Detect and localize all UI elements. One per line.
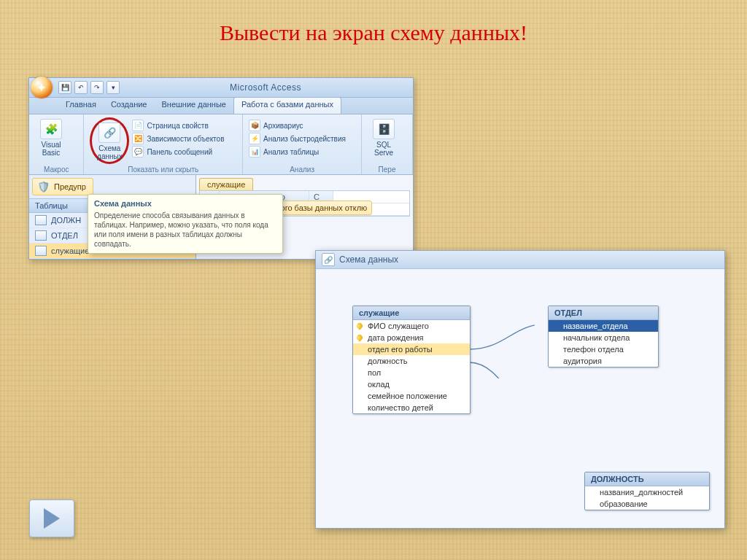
- msgbar-button[interactable]: 💬Панель сообщений: [132, 145, 224, 158]
- schema-button[interactable]: 🔗 Схема данных: [93, 121, 125, 160]
- vb-label: Visual Basic: [35, 141, 67, 157]
- field[interactable]: количество детей: [353, 402, 470, 413]
- prop-page-icon: 📄: [132, 120, 144, 131]
- relationships-icon: 🔗: [98, 122, 120, 143]
- field[interactable]: пол: [353, 367, 470, 378]
- qat-save-icon[interactable]: 💾: [58, 81, 71, 94]
- archiver-button[interactable]: 📦Архивариус: [249, 119, 355, 132]
- field[interactable]: оклад: [353, 378, 470, 390]
- security-tail: мого базы данных отклю: [270, 201, 372, 215]
- msgbar-icon: 💬: [132, 146, 144, 158]
- field[interactable]: названия_должностей: [585, 486, 709, 498]
- vb-button[interactable]: 🧩 Visual Basic: [35, 117, 67, 157]
- office-orb[interactable]: ✦: [31, 77, 53, 98]
- schema-window: 🔗 Схема данных служащие ФИО служащего да…: [315, 250, 725, 529]
- tooltip: Схема данных Определение способа связыва…: [88, 194, 283, 254]
- perf-icon: ⚡: [249, 133, 260, 144]
- nav-item-label: служащие: [51, 246, 89, 255]
- field[interactable]: образование: [585, 498, 709, 510]
- sqlserver-icon: 🗄️: [373, 119, 395, 139]
- deps-button[interactable]: 🔀Зависимости объектов: [132, 132, 224, 145]
- group-move: 🗄️ SQL Serve Пере: [362, 114, 413, 174]
- slide-title: Вывести на экран схему данных!: [0, 20, 747, 45]
- ribbon: 🧩 Visual Basic Макрос 🔗 Схема данных 📄Ст…: [29, 114, 413, 175]
- table-header[interactable]: ДОЛЖНОСТЬ: [585, 472, 709, 486]
- deps-icon: 🔀: [132, 133, 144, 144]
- tooltip-body: Определение способа связывания данных в …: [94, 211, 276, 249]
- prop-page-label: Страница свойств: [147, 122, 208, 130]
- antable-label: Анализ таблицы: [263, 148, 319, 156]
- tab-external[interactable]: Внешние данные: [155, 98, 233, 114]
- pk-field[interactable]: дата рождения: [353, 332, 470, 343]
- nav-item-label: ДОЛЖН: [51, 216, 81, 225]
- table-header[interactable]: ОТДЕЛ: [549, 306, 658, 320]
- qat-redo-icon[interactable]: ↷: [90, 81, 104, 94]
- prop-page-button[interactable]: 📄Страница свойств: [132, 119, 224, 132]
- archiver-icon: 📦: [249, 120, 260, 131]
- schema-label: Схема данных: [93, 144, 125, 160]
- group-analyze-label: Анализ: [243, 166, 361, 174]
- field[interactable]: начальник отдела: [549, 332, 658, 343]
- sqlserver-label: SQL Serve: [368, 141, 400, 157]
- table-box-position[interactable]: ДОЛЖНОСТЬ названия_должностей образовани…: [584, 472, 710, 510]
- tab-create[interactable]: Создание: [104, 98, 155, 114]
- title-bar: ✦ 💾 ↶ ↷ ▾ Microsoft Access: [29, 78, 413, 98]
- table-box-department[interactable]: ОТДЕЛ название_отдела начальник отдела т…: [548, 306, 659, 368]
- shield-icon: 🛡️: [37, 181, 50, 192]
- field[interactable]: телефон отдела: [549, 343, 658, 355]
- vb-icon: 🧩: [40, 119, 62, 139]
- field-selected[interactable]: отдел его работы: [353, 343, 470, 355]
- perf-button[interactable]: ⚡Анализ быстродействия: [249, 132, 355, 145]
- tooltip-title: Схема данных: [94, 199, 276, 208]
- field[interactable]: должность: [353, 355, 470, 367]
- pk-field[interactable]: ФИО служащего: [353, 320, 470, 332]
- table-box-employees[interactable]: служащие ФИО служащего дата рождения отд…: [352, 306, 471, 414]
- field[interactable]: аудитория: [549, 355, 658, 367]
- app-title: Microsoft Access: [121, 82, 410, 93]
- group-move-label: Пере: [362, 166, 412, 174]
- field-selected[interactable]: название_отдела: [549, 320, 658, 332]
- tab-dbtools[interactable]: Работа с базами данных: [233, 97, 341, 114]
- nav-item-label: ОТДЕЛ: [51, 231, 78, 240]
- datasheet-tab[interactable]: служащие: [199, 178, 253, 190]
- msgbar-label: Панель сообщений: [147, 148, 212, 156]
- table-header[interactable]: служащие: [353, 306, 470, 320]
- perf-label: Анализ быстродействия: [263, 135, 346, 143]
- group-analyze: 📦Архивариус ⚡Анализ быстродействия 📊Анал…: [243, 114, 362, 174]
- ribbon-tabs: Главная Создание Внешние данные Работа с…: [29, 98, 413, 114]
- play-icon: [44, 508, 60, 529]
- schema-titlebar[interactable]: 🔗 Схема данных: [316, 251, 724, 269]
- field[interactable]: семейное положение: [353, 390, 470, 402]
- security-bar[interactable]: 🛡️ Предупр: [32, 178, 93, 195]
- archiver-label: Архивариус: [263, 122, 303, 130]
- table-icon: [35, 215, 47, 225]
- group-macros-label: Макрос: [29, 166, 83, 174]
- schema-highlight-circle: 🔗 Схема данных: [90, 117, 129, 164]
- sqlserver-button[interactable]: 🗄️ SQL Serve: [368, 117, 400, 157]
- qat-undo-icon[interactable]: ↶: [74, 81, 88, 94]
- qat-more-icon[interactable]: ▾: [107, 81, 120, 94]
- antable-icon: 📊: [249, 146, 260, 158]
- antable-button[interactable]: 📊Анализ таблицы: [249, 145, 355, 158]
- schema-canvas[interactable]: служащие ФИО служащего дата рождения отд…: [316, 269, 724, 529]
- deps-label: Зависимости объектов: [147, 135, 224, 143]
- table-icon: [35, 246, 47, 256]
- group-macros: 🧩 Visual Basic Макрос: [29, 114, 84, 174]
- play-button[interactable]: [29, 499, 74, 537]
- security-label: Предупр: [54, 182, 86, 191]
- group-show: 🔗 Схема данных 📄Страница свойств 🔀Зависи…: [84, 114, 243, 174]
- relationships-icon: 🔗: [322, 253, 335, 266]
- tab-home[interactable]: Главная: [58, 98, 104, 114]
- schema-window-title: Схема данных: [339, 254, 398, 265]
- group-show-label: Показать или скрыть: [84, 166, 242, 174]
- table-icon: [35, 230, 47, 241]
